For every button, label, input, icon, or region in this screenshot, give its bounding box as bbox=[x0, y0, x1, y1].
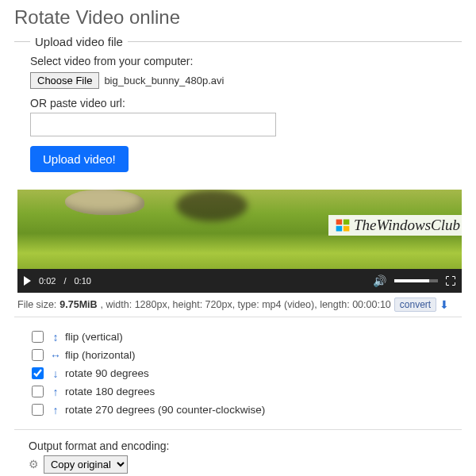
rotate-option-checkbox[interactable] bbox=[32, 349, 44, 361]
rotate-option: ↔flip (horizontal) bbox=[29, 347, 462, 363]
separator bbox=[14, 317, 462, 317]
rotate-option: ↕flip (vertical) bbox=[29, 328, 462, 345]
rotate-option-label: flip (horizontal) bbox=[65, 349, 136, 361]
rotate-option-checkbox[interactable] bbox=[32, 386, 44, 397]
file-size-value: 9.75MiB bbox=[60, 299, 97, 310]
gear-icon: ⚙ bbox=[29, 458, 39, 470]
time-sep: / bbox=[63, 276, 66, 286]
video-url-input[interactable] bbox=[30, 113, 276, 136]
rotate-option-label: rotate 180 degrees bbox=[65, 386, 155, 397]
separator bbox=[14, 429, 462, 430]
rotate-option: ↓rotate 90 degrees bbox=[29, 365, 462, 382]
output-format-select[interactable]: Copy original bbox=[44, 455, 128, 474]
video-player[interactable]: TheWindowsClub 0:02 / 0:10 🔊 bbox=[17, 190, 462, 293]
select-label: Select video from your computer: bbox=[30, 55, 452, 67]
selected-filename: big_buck_bunny_480p.avi bbox=[104, 75, 224, 86]
file-info-rest: , width: 1280px, height: 720px, type: mp… bbox=[101, 299, 391, 310]
volume-icon[interactable]: 🔊 bbox=[373, 274, 386, 287]
rotate-option: ↑rotate 270 degrees (90 counter-clockwis… bbox=[29, 401, 462, 418]
watermark-text: TheWindowsClub bbox=[354, 217, 460, 234]
watermark: TheWindowsClub bbox=[328, 215, 462, 236]
output-label: Output format and encoding: bbox=[29, 440, 462, 452]
video-controls: 0:02 / 0:10 🔊 bbox=[17, 269, 462, 293]
upload-fieldset: Upload video file Select video from your… bbox=[14, 35, 462, 183]
svg-rect-3 bbox=[344, 226, 350, 232]
download-icon[interactable]: ⬇ bbox=[440, 298, 449, 311]
rotate-options: ↕flip (vertical)↔flip (horizontal)↓rotat… bbox=[14, 322, 462, 424]
convert-button[interactable]: convert bbox=[394, 298, 436, 312]
rotate-option: ↑rotate 180 degrees bbox=[29, 383, 462, 400]
svg-rect-0 bbox=[336, 220, 343, 225]
video-scene-shadow bbox=[176, 190, 248, 221]
video-scene-rock bbox=[65, 190, 144, 215]
upload-legend: Upload video file bbox=[30, 35, 128, 48]
rotate-option-checkbox[interactable] bbox=[32, 404, 44, 416]
rotate-option-label: rotate 90 degrees bbox=[65, 367, 149, 379]
volume-slider[interactable] bbox=[394, 279, 438, 282]
choose-file-button[interactable]: Choose File bbox=[30, 72, 99, 89]
rotate-option-checkbox[interactable] bbox=[32, 331, 44, 343]
rotate-option-icon: ↓ bbox=[49, 367, 62, 380]
output-block: Output format and encoding: ⚙ Copy origi… bbox=[14, 435, 462, 476]
time-current: 0:02 bbox=[39, 276, 56, 286]
rotate-option-checkbox[interactable] bbox=[32, 367, 44, 379]
upload-video-button[interactable]: Upload video! bbox=[30, 146, 129, 172]
rotate-option-icon: ↔ bbox=[49, 349, 62, 362]
fullscreen-icon[interactable] bbox=[446, 276, 455, 286]
or-paste-label: OR paste video url: bbox=[30, 97, 452, 109]
play-icon[interactable] bbox=[24, 276, 31, 286]
rotate-option-icon: ↕ bbox=[49, 331, 62, 344]
page-title: Rotate Video online bbox=[14, 6, 462, 29]
rotate-option-label: flip (vertical) bbox=[65, 331, 123, 343]
svg-rect-2 bbox=[336, 226, 343, 232]
video-frame: TheWindowsClub bbox=[17, 190, 462, 269]
svg-rect-1 bbox=[344, 220, 350, 225]
rotate-option-icon: ↑ bbox=[49, 404, 62, 416]
windows-icon bbox=[335, 217, 351, 233]
file-size-prefix: File size: bbox=[17, 299, 56, 310]
file-info: File size: 9.75MiB , width: 1280px, heig… bbox=[17, 298, 462, 312]
rotate-option-label: rotate 270 degrees (90 counter-clockwise… bbox=[65, 404, 265, 416]
time-total: 0:10 bbox=[74, 276, 90, 286]
rotate-option-icon: ↑ bbox=[49, 386, 62, 398]
